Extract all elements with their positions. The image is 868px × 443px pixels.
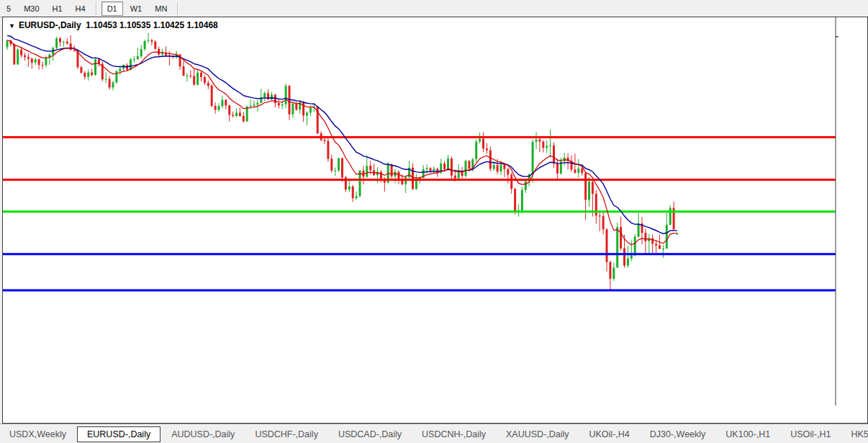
chart-tab-usdx-weekly[interactable]: USDX,Weekly <box>0 427 76 442</box>
candle <box>115 70 117 84</box>
toolbar-separator <box>96 2 97 15</box>
candle <box>17 48 19 65</box>
main-chart-svg[interactable] <box>3 17 866 421</box>
candle <box>489 146 492 171</box>
candle <box>211 84 213 107</box>
candle <box>521 187 523 214</box>
timeframe-button-5[interactable]: 5 <box>1 1 17 16</box>
chart-tab-usoil-h1[interactable]: USOil-,H1 <box>781 427 840 442</box>
candle <box>154 40 156 50</box>
timeframe-button-m30[interactable]: M30 <box>18 1 45 16</box>
chart-tab-ukoil-h4[interactable]: UKOil-,H4 <box>580 427 639 442</box>
chart-title-symbol: EURUSD-,Daily <box>19 20 81 30</box>
symbol-dropdown-icon[interactable]: ▼ <box>9 22 15 30</box>
timeframe-button-w1[interactable]: W1 <box>125 1 148 16</box>
chart-tab-usdcad-daily[interactable]: USDCAD-,Daily <box>329 427 411 442</box>
candle <box>465 160 467 178</box>
timeframe-button-d1[interactable]: D1 <box>101 1 123 16</box>
candle <box>514 188 516 215</box>
candle <box>13 43 15 65</box>
candle <box>327 138 329 161</box>
timeframe-button-h4[interactable]: H4 <box>70 1 91 16</box>
candle <box>55 37 58 49</box>
chart-tab-audusd-daily[interactable]: AUDUSD-,Daily <box>162 427 244 442</box>
candle <box>669 205 672 225</box>
candle <box>634 234 636 256</box>
chart-tab-bar: USDX,WeeklyEURUSD-,DailyAUDUSD-,DailyUSD… <box>0 424 868 443</box>
chart-title: ▼EURUSD-,Daily 1.10453 1.10535 1.10425 1… <box>9 20 218 30</box>
candle <box>94 57 96 76</box>
chart-tab-dj30-weekly[interactable]: DJ30-,Weekly <box>641 427 715 442</box>
candle <box>101 62 104 81</box>
chart-tab-xauusd-daily[interactable]: XAUUSD-,Daily <box>497 427 579 442</box>
candle <box>475 139 477 162</box>
chart-tab-eurusd-daily[interactable]: EURUSD-,Daily <box>77 426 161 442</box>
chart-tab-hk50-h1[interactable]: HK50-,H1 <box>841 427 868 442</box>
timeframe-button-h1[interactable]: H1 <box>47 1 68 16</box>
chart-tab-usdcnh-daily[interactable]: USDCNH-,Daily <box>412 427 495 442</box>
price-axis <box>836 17 866 406</box>
trading-terminal: 5M30H1H4D1W1MN ▼EURUSD-,Daily 1.10453 1.… <box>0 0 868 443</box>
chart-window: ▼EURUSD-,Daily 1.10453 1.10535 1.10425 1… <box>2 17 868 424</box>
chart-tab-uk100-h1[interactable]: UK100-,H1 <box>716 427 779 442</box>
candle <box>338 158 340 172</box>
timeframe-button-mn[interactable]: MN <box>149 1 173 16</box>
chart-title-ohlc: 1.10453 1.10535 1.10425 1.10468 <box>86 20 218 30</box>
timeframe-toolbar: 5M30H1H4D1W1MN <box>0 0 868 17</box>
toolbar-separator <box>177 2 178 15</box>
chart-tab-usdchf-daily[interactable]: USDCHF-,Daily <box>245 427 327 442</box>
